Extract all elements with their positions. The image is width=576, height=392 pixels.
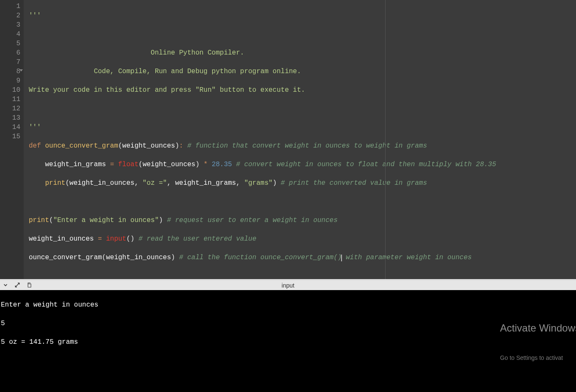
collapse-console-button[interactable] [3, 282, 8, 289]
svg-rect-0 [28, 284, 31, 287]
code-token: , [135, 179, 143, 187]
code-token: # convert weight in ounces to float and … [236, 161, 496, 168]
code-token: ( [138, 161, 143, 168]
code-token: Online Python Compiler. [151, 49, 244, 57]
code-token: "oz =" [143, 179, 167, 187]
code-token: ) [273, 179, 277, 187]
code-token: # print the converted value in grams [281, 179, 427, 187]
code-token: weight_in_ounces [69, 179, 135, 187]
code-token: : [179, 142, 183, 150]
console-line: 5 [1, 319, 575, 328]
line-number: 10 [2, 85, 20, 95]
code-token: weight_ounces [122, 142, 175, 150]
code-token: "Enter a weight in ounces" [53, 217, 159, 224]
code-token: , [167, 179, 175, 187]
code-area[interactable]: ''' Online Python Compiler. Code, Compil… [24, 0, 576, 279]
code-editor[interactable]: 1 2 3 4 5 6 7 8 9 10 11 12 13 14 15 ''' … [0, 0, 576, 279]
code-token: ) [196, 161, 200, 168]
line-number: 3 [2, 20, 20, 30]
fullscreen-console-button[interactable] [14, 282, 20, 289]
code-token: weight_in_ounces [29, 235, 94, 243]
code-token [29, 161, 45, 168]
code-token [29, 49, 151, 57]
line-number: 12 [2, 104, 20, 113]
line-number: 9 [2, 76, 20, 85]
code-token: () [126, 235, 134, 243]
code-token: def [29, 142, 41, 150]
code-token [29, 179, 45, 187]
code-token: 28.35 [212, 161, 232, 168]
code-token: with parameter weight in ounces [342, 254, 471, 261]
line-number: 13 [2, 113, 20, 123]
code-token: * [204, 161, 208, 168]
code-token: weight_in_ounces [106, 254, 171, 261]
code-token: float [118, 161, 138, 168]
code-token: ) [159, 217, 163, 224]
line-number: 11 [2, 95, 20, 104]
line-number: 7 [2, 58, 20, 67]
console-toolbar: input [0, 281, 576, 290]
console-line: Enter a weight in ounces [1, 300, 575, 310]
code-token: Write your code in this editor and press… [29, 86, 305, 94]
code-token: ( [49, 217, 53, 224]
code-token: ounce_convert_gram [45, 142, 118, 150]
code-token: # request user to enter a weight in ounc… [167, 217, 337, 224]
expand-icon [14, 282, 20, 288]
copy-console-button[interactable] [26, 282, 32, 289]
code-token: = [110, 161, 114, 168]
code-token: # read the user entered value [138, 235, 256, 243]
code-token: weight_in_grams [45, 161, 106, 168]
chevron-down-icon [3, 282, 8, 288]
line-number: 4 [2, 30, 20, 39]
code-token: "grams" [244, 179, 273, 187]
code-token: , [236, 179, 244, 187]
console-output[interactable]: Enter a weight in ounces 5 5 oz = 141.75… [0, 290, 576, 392]
code-token: # call the function ounce_convert_gram() [179, 254, 342, 261]
console-line [1, 375, 575, 384]
code-token: ''' [29, 123, 41, 131]
code-token: input [106, 235, 126, 243]
code-token: ''' [29, 12, 41, 19]
line-number: 2 [2, 11, 20, 20]
code-token: = [98, 235, 102, 243]
line-number: 1 [2, 2, 20, 11]
code-token: ( [102, 254, 106, 261]
console-line [1, 356, 575, 365]
code-token: weight_ounces [143, 161, 196, 168]
line-number: 15 [2, 132, 20, 141]
line-number: 8 [2, 67, 20, 76]
fold-marker-icon[interactable] [19, 69, 23, 71]
code-token [29, 68, 94, 75]
console-title: input [281, 282, 294, 289]
copy-icon [26, 282, 32, 288]
code-token: weight_in_grams [175, 179, 236, 187]
line-number: 6 [2, 48, 20, 58]
code-token: ) [171, 254, 175, 261]
line-number: 14 [2, 123, 20, 132]
code-token: print [29, 217, 49, 224]
code-token: # function that convert weight in ounces… [187, 142, 427, 150]
code-token: ( [65, 179, 69, 187]
line-number-gutter: 1 2 3 4 5 6 7 8 9 10 11 12 13 14 15 [0, 0, 24, 279]
console-line: 5 oz = 141.75 grams [1, 337, 575, 347]
line-number: 5 [2, 39, 20, 48]
code-token: ounce_convert_gram [29, 254, 102, 261]
code-token: print [45, 179, 65, 187]
code-token: Code, Compile, Run and Debug python prog… [94, 68, 301, 75]
